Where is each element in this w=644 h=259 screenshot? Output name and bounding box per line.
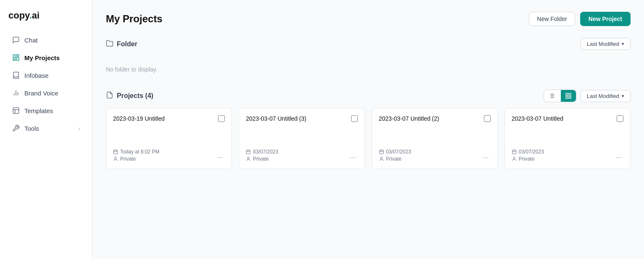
svg-rect-7 xyxy=(13,108,19,114)
projects-sort-dropdown[interactable]: Last Modified ▾ xyxy=(581,90,631,102)
svg-rect-23 xyxy=(247,150,250,154)
project-card[interactable]: 2023-03-07 Untitled (3) 03/07/2023 Priva… xyxy=(239,108,365,169)
logo-text: copy.ai xyxy=(8,10,39,21)
card-privacy: Private xyxy=(512,156,544,162)
svg-point-22 xyxy=(115,157,116,159)
svg-point-27 xyxy=(247,157,249,159)
card-title: 2023-03-07 Untitled (2) xyxy=(379,115,484,122)
view-toggle xyxy=(544,90,576,102)
date-text: 03/07/2023 xyxy=(253,149,278,155)
folder-empty-state: No folder to display. xyxy=(106,56,631,78)
card-privacy: Private xyxy=(246,156,278,162)
card-date: Today at 8:02 PM xyxy=(113,149,159,155)
card-top: 2023-03-07 Untitled xyxy=(512,115,623,122)
card-title: 2023-03-07 Untitled (3) xyxy=(246,115,351,122)
projects-section: Projects (4) Last Modified ▾ xyxy=(106,90,631,169)
card-bottom: 03/07/2023 Private ··· xyxy=(246,149,357,162)
svg-point-32 xyxy=(381,157,382,159)
sidebar-item-templates[interactable]: Templates xyxy=(3,102,89,119)
svg-rect-18 xyxy=(114,150,118,154)
infobase-icon xyxy=(12,71,20,79)
card-more-button[interactable]: ··· xyxy=(614,153,623,162)
templates-icon xyxy=(12,106,20,115)
card-bottom: 03/07/2023 Private ··· xyxy=(379,149,491,162)
svg-rect-0 xyxy=(13,55,15,58)
new-project-button[interactable]: New Project xyxy=(580,12,631,26)
card-more-button[interactable]: ··· xyxy=(481,153,491,162)
sidebar-item-label: Brand Voice xyxy=(24,90,58,97)
sidebar-item-chat[interactable]: Chat xyxy=(3,32,89,48)
projects-section-header: Projects (4) Last Modified ▾ xyxy=(106,90,631,102)
projects-icon xyxy=(12,53,20,62)
page-title: My Projects xyxy=(106,13,163,25)
projects-sort-label: Last Modified xyxy=(587,93,619,99)
card-meta: 03/07/2023 Private xyxy=(512,149,544,162)
sidebar-item-my-projects[interactable]: My Projects xyxy=(3,49,89,66)
date-text: Today at 8:02 PM xyxy=(120,149,159,155)
chat-icon xyxy=(12,36,20,44)
project-card[interactable]: 2023-03-07 Untitled (2) 03/07/2023 Priva… xyxy=(372,108,498,169)
card-checkbox[interactable] xyxy=(484,115,491,122)
card-more-button[interactable]: ··· xyxy=(348,153,357,162)
header-buttons: New Folder New Project xyxy=(529,12,631,26)
svg-point-37 xyxy=(513,157,515,159)
card-bottom: Today at 8:02 PM Private ··· xyxy=(113,149,225,162)
privacy-text: Private xyxy=(120,156,136,162)
card-privacy: Private xyxy=(379,156,411,162)
card-title: 2023-03-07 Untitled xyxy=(512,115,617,122)
card-meta: 03/07/2023 Private xyxy=(379,149,411,162)
new-folder-button[interactable]: New Folder xyxy=(529,12,575,26)
sidebar-item-label: Infobase xyxy=(24,72,49,79)
logo-dot: . xyxy=(29,10,32,21)
page-header: My Projects New Folder New Project xyxy=(106,12,631,26)
sidebar-item-label: Tools xyxy=(24,125,39,132)
card-checkbox[interactable] xyxy=(351,115,358,122)
card-top: 2023-03-07 Untitled (2) xyxy=(379,115,491,122)
list-view-button[interactable] xyxy=(544,90,559,102)
project-card[interactable]: 2023-03-19 Untitled Today at 8:02 PM Pri… xyxy=(106,108,232,169)
sidebar-item-brand-voice[interactable]: Brand Voice xyxy=(3,85,89,101)
card-bottom: 03/07/2023 Private ··· xyxy=(512,149,623,162)
card-top: 2023-03-19 Untitled xyxy=(113,115,225,122)
folder-section: Folder Last Modified ▾ No folder to disp… xyxy=(106,38,631,78)
projects-section-title: Projects (4) xyxy=(106,91,153,100)
logo: copy.ai xyxy=(0,7,92,31)
svg-rect-2 xyxy=(17,58,19,61)
card-checkbox[interactable] xyxy=(617,115,623,122)
card-meta: 03/07/2023 Private xyxy=(246,149,278,162)
card-more-button[interactable]: ··· xyxy=(215,153,225,162)
tools-icon xyxy=(12,124,20,132)
svg-rect-1 xyxy=(17,55,19,56)
main-content: My Projects New Folder New Project Folde… xyxy=(92,0,644,259)
chevron-right-icon: › xyxy=(79,125,80,132)
sidebar-item-infobase[interactable]: Infobase xyxy=(3,67,89,84)
svg-rect-15 xyxy=(569,93,571,95)
svg-rect-33 xyxy=(512,150,516,154)
folder-sort-dropdown[interactable]: Last Modified ▾ xyxy=(581,38,631,50)
svg-rect-28 xyxy=(379,150,383,154)
chevron-down-icon: ▾ xyxy=(622,41,624,47)
card-title: 2023-03-19 Untitled xyxy=(113,115,218,122)
svg-rect-14 xyxy=(566,93,568,95)
folder-section-header: Folder Last Modified ▾ xyxy=(106,38,631,50)
privacy-text: Private xyxy=(386,156,402,162)
sidebar-item-tools[interactable]: Tools › xyxy=(3,120,89,137)
svg-rect-3 xyxy=(13,59,15,61)
card-date: 03/07/2023 xyxy=(246,149,278,155)
card-date: 03/07/2023 xyxy=(379,149,411,155)
card-top: 2023-03-07 Untitled (3) xyxy=(246,115,357,122)
date-text: 03/07/2023 xyxy=(519,149,544,155)
folder-section-title: Folder xyxy=(106,40,137,49)
project-card[interactable]: 2023-03-07 Untitled 03/07/2023 Private ·… xyxy=(505,108,631,169)
chevron-down-icon: ▾ xyxy=(622,93,624,99)
sidebar-item-label: My Projects xyxy=(24,54,60,61)
card-checkbox[interactable] xyxy=(218,115,225,122)
projects-grid: 2023-03-19 Untitled Today at 8:02 PM Pri… xyxy=(106,108,631,169)
svg-rect-16 xyxy=(569,96,571,98)
brand-voice-icon xyxy=(12,89,20,97)
folder-sort-label: Last Modified xyxy=(587,41,619,47)
card-privacy: Private xyxy=(113,156,159,162)
sidebar-item-label: Templates xyxy=(24,107,53,114)
card-meta: Today at 8:02 PM Private xyxy=(113,149,159,162)
grid-view-button[interactable] xyxy=(561,90,576,102)
